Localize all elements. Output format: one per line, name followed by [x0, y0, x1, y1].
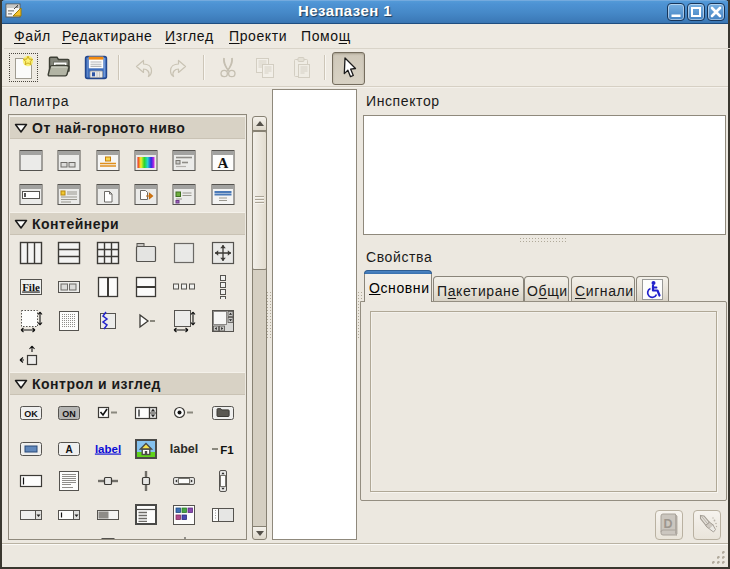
svg-text:A: A [218, 155, 229, 171]
svg-text:File: File [22, 281, 40, 293]
svg-text:label: label [170, 442, 199, 456]
svg-text:ON: ON [62, 409, 76, 419]
svg-text:OK: OK [24, 409, 38, 419]
svg-text:D: D [663, 517, 672, 531]
svg-text:label: label [95, 443, 121, 455]
svg-text:A: A [65, 444, 72, 455]
svg-text:F1: F1 [220, 444, 234, 456]
